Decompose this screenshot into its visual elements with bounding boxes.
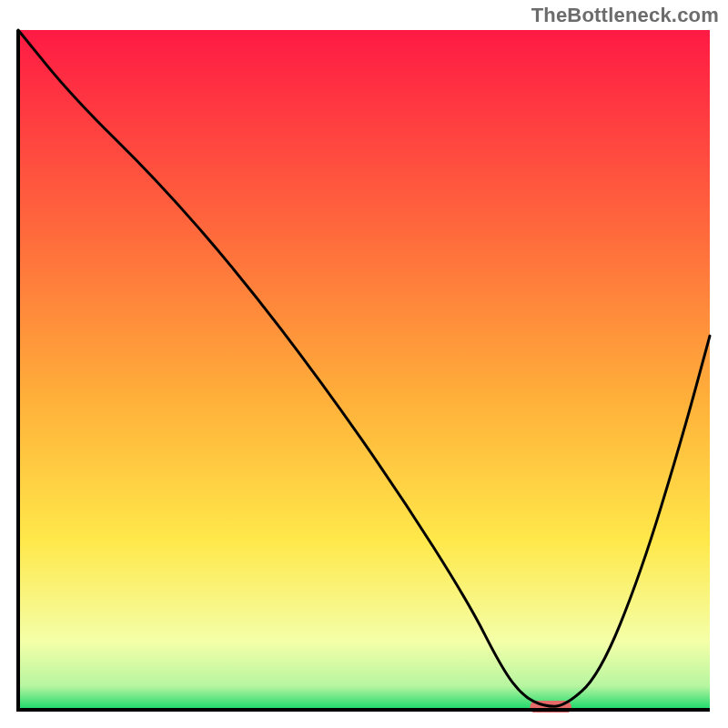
bottleneck-plot bbox=[15, 27, 713, 713]
chart-container: TheBottleneck.com bbox=[0, 0, 728, 728]
gradient-background bbox=[18, 30, 710, 710]
watermark-label: TheBottleneck.com bbox=[531, 4, 719, 27]
plot-svg bbox=[15, 27, 713, 713]
